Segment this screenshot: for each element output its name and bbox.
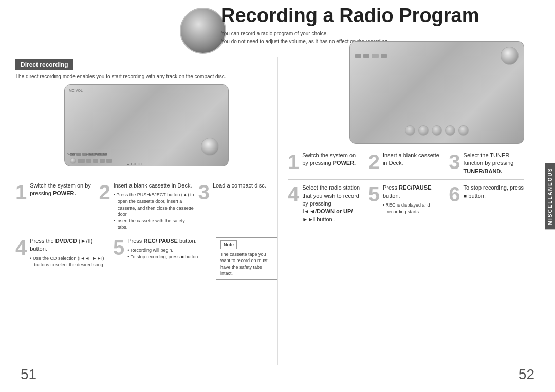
step-2-title: Insert a blank cassette in Deck. — [114, 182, 194, 190]
step-1-number: 1 — [15, 182, 27, 202]
step-1-title: Switch the system on by pressing POWER. — [30, 182, 95, 198]
step-3-number: 3 — [198, 182, 210, 202]
step-1-content: Switch the system on by pressing POWER. — [30, 182, 95, 198]
right-step-1-content: Switch the system on by pressing POWER. — [302, 152, 363, 167]
left-panel: Direct recording The direct recording mo… — [15, 59, 278, 280]
right-bottom-steps: 4 Select the radio station that you wish… — [288, 179, 524, 223]
right-step-1-title: Switch the system on by pressing POWER. — [302, 152, 363, 167]
step-4-note-1: Use the CD selection (I◄◄, ►►I) buttons … — [30, 255, 109, 268]
step-4-notes: Use the CD selection (I◄◄, ►►I) buttons … — [30, 255, 109, 268]
right-step-2-title: Insert a blank cassette in Deck. — [383, 152, 443, 167]
left-step-5: 5 Press REC/ PAUSE button. Recording wil… — [113, 237, 207, 260]
step-4-number: 4 — [15, 237, 27, 258]
right-step-2-content: Insert a blank cassette in Deck. — [383, 152, 443, 167]
right-step-4-content: Select the radio station that you wish t… — [302, 184, 363, 223]
left-bottom-steps: 4 Press the DVD/CD (►/II) button. Use th… — [15, 233, 278, 280]
device-image-right — [349, 41, 524, 144]
step-5-content: Press REC/ PAUSE button. Recording will … — [127, 237, 207, 260]
right-panel: 1 Switch the system on by pressing POWER… — [288, 152, 524, 223]
step-5-notes: Recording will begin. To stop recording,… — [127, 247, 207, 260]
right-step-4-title: Select the radio station that you wish t… — [302, 184, 363, 223]
page-number-right: 52 — [519, 366, 534, 383]
note-box-title: Note — [220, 240, 237, 249]
section-header: Direct recording — [15, 59, 73, 70]
step-4-content: Press the DVD/CD (►/II) button. Use the … — [30, 237, 109, 268]
right-step-6: 6 To stop recording, press ■ button. — [449, 184, 524, 223]
step-3-content: Load a compact disc. — [213, 182, 278, 190]
right-step-5-content: Press REC/PAUSE button. REC is displayed… — [383, 184, 443, 215]
misc-tab: MISCELLANEOUS — [545, 163, 555, 229]
divider-line — [278, 57, 278, 365]
right-step-1: 1 Switch the system on by pressing POWER… — [288, 152, 363, 175]
left-top-steps: 1 Switch the system on by pressing POWER… — [15, 182, 278, 231]
title-text-block: Recording a Radio Program You can record… — [221, 5, 524, 45]
right-step-4-number: 4 — [288, 184, 299, 204]
step-5-title: Press REC/ PAUSE button. — [127, 237, 207, 245]
right-step-1-number: 1 — [288, 152, 299, 172]
section-desc: The direct recording mode enables you to… — [15, 73, 278, 79]
left-step-1: 1 Switch the system on by pressing POWER… — [15, 182, 95, 231]
right-step-6-number: 6 — [449, 184, 460, 204]
right-step-3-title: Select the TUNER function by pressing TU… — [464, 152, 524, 175]
title-icon — [180, 8, 226, 54]
left-step-3: 3 Load a compact disc. — [198, 182, 278, 231]
right-step-5-title: Press REC/PAUSE button. — [383, 184, 443, 200]
right-step-5-note-1: REC is displayed and recording starts. — [383, 202, 443, 215]
left-step-2: 2 Insert a blank cassette in Deck. Press… — [99, 182, 194, 231]
right-step-4: 4 Select the radio station that you wish… — [288, 184, 363, 223]
right-step-2-number: 2 — [368, 152, 380, 172]
step-2-notes: Press the PUSH/EJECT button (▲) to open … — [114, 192, 194, 231]
main-title: Recording a Radio Program — [221, 5, 524, 27]
step-2-note-1: Press the PUSH/EJECT button (▲) to open … — [114, 192, 194, 217]
right-step-6-content: To stop recording, press ■ button. — [464, 184, 524, 200]
right-step-2: 2 Insert a blank cassette in Deck. — [368, 152, 444, 175]
right-step-5-number: 5 — [368, 184, 380, 204]
device-image-left: MC VOL DVD/CD AUX/USE VOLUME — [64, 84, 229, 166]
right-step-3: 3 Select the TUNER function by pressing … — [449, 152, 524, 175]
right-step-3-content: Select the TUNER function by pressing TU… — [464, 152, 524, 175]
step-5-note-2: To stop recording, press ■ button. — [127, 254, 207, 260]
step-5-number: 5 — [113, 237, 124, 258]
step-5-note-1: Recording will begin. — [127, 247, 207, 254]
right-top-steps: 1 Switch the system on by pressing POWER… — [288, 152, 524, 175]
note-box-text: The cassette tape you want to record on … — [220, 251, 273, 277]
subtitle-line1: You can record a radio program of your c… — [221, 31, 328, 36]
note-box: Note The cassette tape you want to recor… — [216, 237, 278, 280]
right-step-3-number: 3 — [449, 152, 460, 172]
left-step-4: 4 Press the DVD/CD (►/II) button. Use th… — [15, 237, 109, 268]
step-4-title: Press the DVD/CD (►/II) button. — [30, 237, 109, 253]
right-step-5: 5 Press REC/PAUSE button. REC is display… — [368, 184, 444, 223]
step-2-note-2: Insert the cassette with the safety tabs… — [114, 218, 194, 231]
step-3-title: Load a compact disc. — [213, 182, 278, 190]
right-step-5-notes: REC is displayed and recording starts. — [383, 202, 443, 215]
right-step-6-title: To stop recording, press ■ button. — [464, 184, 524, 200]
page-number-left: 51 — [21, 366, 36, 383]
step-2-content: Insert a blank cassette in Deck. Press t… — [114, 182, 194, 231]
step-2-number: 2 — [99, 182, 110, 202]
